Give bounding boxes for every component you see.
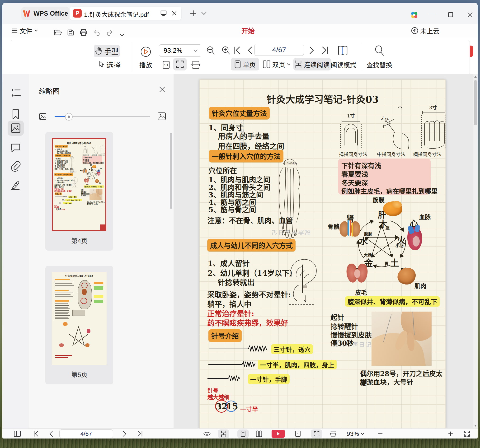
text-line: 采取卧姿，姿势不对晕针: <box>207 289 291 300</box>
scroll-down-icon[interactable] <box>474 425 477 427</box>
svg-text:1寸: 1寸 <box>347 113 355 119</box>
page-number-input[interactable]: 4/67 <box>254 44 304 56</box>
reading-mode-button[interactable] <box>337 45 348 56</box>
wps-logo-icon <box>22 10 31 17</box>
hand-tool-button[interactable]: 手型 <box>94 45 120 57</box>
thumbnail-card-page5[interactable]: 针灸大成学习笔记-针灸04 <box>45 266 113 385</box>
kidney-illustration <box>339 221 348 237</box>
monitor-icon[interactable] <box>161 10 167 16</box>
fullscreen-icon[interactable] <box>464 429 470 438</box>
tab-home[interactable]: 开始 <box>241 26 255 35</box>
thumbnail-page4-image[interactable]: 针灸大成学习笔记-针灸03 祝余中医日记 祝余中医日记 祝余中医日记 针灸穴位丈… <box>52 138 106 231</box>
needle-hold-sketch <box>287 255 318 307</box>
comment-icon[interactable] <box>10 142 21 153</box>
fit-page-button[interactable] <box>173 58 187 70</box>
thumbnail-panel-icon[interactable] <box>10 123 21 133</box>
app-menu-button[interactable]: WPS Office <box>21 7 69 20</box>
select-tool-button[interactable]: 选择 <box>97 60 123 69</box>
statusbar-next-page-icon[interactable] <box>122 429 127 438</box>
fit-width-icon[interactable] <box>191 61 201 69</box>
document-scrollbar-thumb[interactable] <box>474 80 477 125</box>
statusbar-fit-page-icon <box>314 431 320 437</box>
single-page-button[interactable]: 单页 <box>231 58 259 70</box>
statusbar-last-page-icon[interactable] <box>137 429 143 438</box>
statusbar-zoom-dropdown[interactable]: 93% <box>346 429 364 438</box>
tab-title: 1.针灸大成祝余笔记.pdf <box>84 10 149 19</box>
actual-size-icon[interactable]: 1:1 <box>162 61 170 69</box>
more-tools-chevron-icon[interactable] <box>120 30 124 40</box>
statusbar-prev-page-icon[interactable] <box>49 429 53 438</box>
prev-page-icon[interactable] <box>247 46 253 54</box>
last-page-icon[interactable] <box>321 46 329 54</box>
undo-icon[interactable] <box>93 28 101 38</box>
wuxing-label: 骨骼 <box>328 222 339 231</box>
play-label[interactable]: 播放 <box>139 60 152 69</box>
play-button[interactable] <box>140 46 151 57</box>
next-page-icon[interactable] <box>309 46 315 54</box>
zoom-minus-icon[interactable] <box>378 429 383 438</box>
statusbar-first-page-icon[interactable] <box>33 429 39 438</box>
statusbar-fit-page-button[interactable] <box>311 429 322 438</box>
close-button[interactable] <box>467 12 473 18</box>
statusbar-zoom-value: 93% <box>346 430 359 438</box>
statusbar-fit-width-icon[interactable] <box>330 429 337 438</box>
needle-coil <box>242 361 255 368</box>
save-icon[interactable] <box>67 28 74 37</box>
pinwheel-plugin-icon[interactable] <box>410 11 418 19</box>
statusbar-page-input[interactable]: 4/67 <box>59 429 113 438</box>
file-menu[interactable]: 文件 <box>11 26 38 35</box>
thumbnail-card-page4[interactable]: 针灸大成学习笔记-针灸03 祝余中医日记 祝余中医日记 祝余中医日记 针灸穴位丈… <box>45 132 113 251</box>
cloud-status[interactable]: 未上云 <box>411 26 439 35</box>
title-bar: WPS Office P 1.针灸大成祝余笔记.pdf — <box>2 3 478 25</box>
zoom-in-icon[interactable] <box>221 46 231 55</box>
panel-close-icon[interactable] <box>159 86 165 92</box>
tab-close-icon[interactable] <box>171 10 177 16</box>
redo-icon[interactable] <box>106 28 113 38</box>
print-icon[interactable] <box>80 28 87 37</box>
thumbnail-scrollbar[interactable] <box>170 133 172 209</box>
thumb-larger-icon[interactable] <box>157 112 166 120</box>
statusbar-eye-icon[interactable] <box>203 429 211 438</box>
wuxing-label: 血脉 <box>419 212 431 221</box>
continuous-read-button[interactable]: 连续阅读 <box>293 58 331 70</box>
minimize-button[interactable]: — <box>428 11 435 18</box>
tab-list-chevron-icon[interactable] <box>201 12 206 15</box>
thumb-smaller-icon[interactable] <box>39 113 47 120</box>
thumbnail-page5-image[interactable]: 针灸大成学习笔记-针灸04 <box>52 272 107 365</box>
statusbar-actual-size-icon[interactable] <box>295 429 301 438</box>
pen-sign-icon[interactable] <box>10 180 21 191</box>
new-tab-icon[interactable] <box>190 10 197 17</box>
statusbar-double-page-icon[interactable] <box>256 429 262 438</box>
statusbar-panel-toggle-icon[interactable] <box>14 429 21 438</box>
section3-heading: 成人与幼儿不同的入穴方式 <box>207 239 296 251</box>
find-replace-label[interactable]: 查找替换 <box>366 60 393 69</box>
statusbar-play-button[interactable] <box>272 430 285 438</box>
open-folder-icon[interactable] <box>54 28 62 37</box>
zoom-out-icon[interactable] <box>206 46 216 55</box>
first-page-icon[interactable] <box>233 46 241 54</box>
thumb-size-slider-handle[interactable] <box>65 113 73 120</box>
heart-highlight <box>413 236 420 246</box>
text-line: 针捻转就出 <box>218 276 254 287</box>
document-scrollbar[interactable] <box>473 74 478 428</box>
statusbar-continuous-button[interactable] <box>218 429 229 438</box>
pdf-page[interactable]: 针灸大成学习笔记-针灸03 祝余中医日记 祝余中医日记 祝余中医日记 针灸穴位丈… <box>199 79 446 428</box>
zoom-combobox[interactable]: 93.2% <box>159 44 201 57</box>
reading-mode-label[interactable]: 阅读模式 <box>330 60 357 69</box>
document-tab[interactable]: P 1.针灸大成祝余笔记.pdf <box>70 7 181 20</box>
zoom-plus-icon[interactable] <box>448 429 453 438</box>
find-replace-button[interactable] <box>374 45 385 56</box>
bookmark-icon[interactable] <box>10 109 21 119</box>
scroll-up-icon[interactable] <box>474 76 477 78</box>
wps-window: WPS Office P 1.针灸大成祝余笔记.pdf — <box>2 3 478 439</box>
double-page-button[interactable]: 双页 <box>261 58 291 70</box>
wuxing-label: 胃 <box>385 260 388 266</box>
adjust-sliders-icon[interactable] <box>10 88 21 98</box>
text-line: 例如肺主皮毛，病在哪里扎到哪里 <box>341 186 438 196</box>
statusbar-single-page-button[interactable] <box>237 429 249 438</box>
toolbar-divider <box>132 43 132 71</box>
maximize-button[interactable] <box>448 12 453 18</box>
fit-page-icon <box>176 60 184 69</box>
svg-text:1:1: 1:1 <box>164 63 168 67</box>
attachment-icon[interactable] <box>10 161 21 172</box>
